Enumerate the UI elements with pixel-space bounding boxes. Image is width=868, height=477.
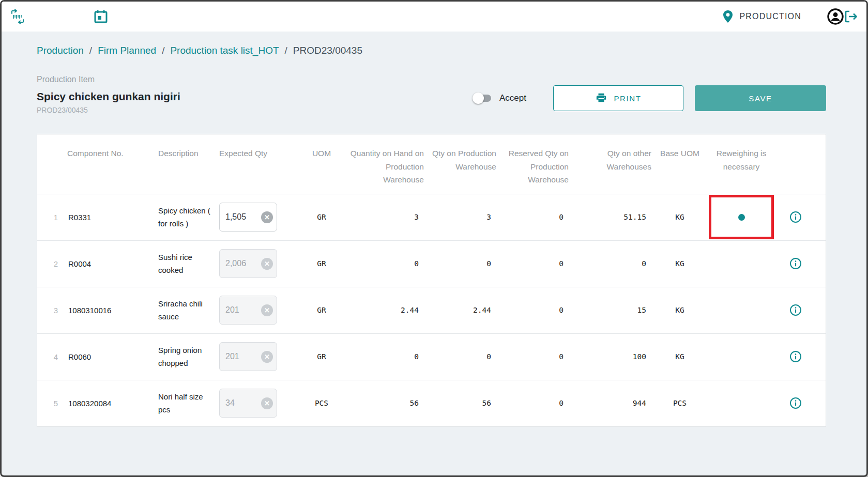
col-uom: UOM bbox=[297, 142, 346, 160]
uom-value: GR bbox=[297, 306, 346, 314]
table-row: 2 R0004 Sushi rice cooked ✕ GR 0 0 0 0 K… bbox=[37, 240, 826, 287]
info-icon[interactable] bbox=[789, 304, 802, 316]
page-header: Production Item Spicy chicken gunkan nig… bbox=[37, 75, 826, 114]
qty-on-hand-value: 56 bbox=[346, 399, 424, 407]
info-icon[interactable] bbox=[789, 397, 802, 409]
qty-other-wh-value: 15 bbox=[569, 306, 651, 314]
reweighing-dot bbox=[738, 214, 745, 221]
uom-value: GR bbox=[297, 259, 346, 268]
reweighing-cell bbox=[708, 198, 774, 236]
col-reweighing: Reweighing is necessary bbox=[708, 142, 774, 173]
col-qty-on-hand: Quantity on Hand on Production Warehouse bbox=[346, 142, 424, 187]
qty-on-prod-wh-value: 3 bbox=[424, 213, 496, 221]
base-uom-value: KG bbox=[651, 259, 708, 268]
info-icon[interactable] bbox=[789, 211, 802, 223]
col-reserved-qty: Reserved Qty on Production Warehouse bbox=[496, 142, 569, 187]
expected-qty-input[interactable] bbox=[225, 212, 261, 222]
clear-qty-icon: ✕ bbox=[261, 258, 273, 270]
header-actions: Accept PRINT SAVE bbox=[473, 82, 826, 114]
save-button[interactable]: SAVE bbox=[695, 85, 826, 111]
table-row: 4 R0060 Spring onion chopped ✕ GR 0 0 0 … bbox=[37, 333, 826, 380]
reweighing-cell bbox=[708, 291, 774, 329]
order-number: PROD23/00435 bbox=[37, 106, 180, 114]
warehouse-location-label: PRODUCTION bbox=[739, 12, 801, 21]
reserved-qty-value: 0 bbox=[496, 352, 569, 361]
table-row: 5 1080320084 Nori half size pcs ✕ PCS 56… bbox=[37, 380, 826, 426]
uom-value: GR bbox=[297, 213, 346, 221]
calendar-icon[interactable] bbox=[94, 9, 108, 24]
expected-qty-field[interactable]: ✕ bbox=[219, 203, 277, 232]
component-description: Sriracha chili sauce bbox=[158, 297, 219, 324]
breadcrumb-separator: / bbox=[285, 45, 287, 56]
barcode-rescan-icon[interactable] bbox=[10, 9, 25, 24]
clear-qty-icon: ✕ bbox=[261, 351, 273, 363]
component-no: R0060 bbox=[67, 352, 158, 361]
expected-qty-field: ✕ bbox=[219, 296, 277, 325]
table-row: 1 R0331 Spicy chicken ( for rolls ) ✕ GR… bbox=[37, 194, 826, 240]
breadcrumb-current-order: PROD23/00435 bbox=[293, 45, 362, 56]
component-no: R0331 bbox=[67, 213, 158, 222]
row-index: 4 bbox=[44, 352, 67, 361]
row-index: 3 bbox=[44, 306, 67, 315]
qty-other-wh-value: 100 bbox=[569, 352, 651, 361]
row-index: 1 bbox=[44, 213, 67, 222]
component-description: Spring onion chopped bbox=[158, 344, 219, 370]
col-actions bbox=[774, 142, 817, 147]
reserved-qty-value: 0 bbox=[496, 399, 569, 407]
printer-icon bbox=[596, 92, 607, 105]
print-button-label: PRINT bbox=[614, 94, 642, 103]
table-row: 3 1080310016 Sriracha chili sauce ✕ GR 2… bbox=[37, 287, 826, 333]
component-no: 1080320084 bbox=[67, 399, 158, 408]
component-description: Spicy chicken ( for rolls ) bbox=[158, 204, 219, 230]
qty-on-prod-wh-value: 2.44 bbox=[424, 306, 496, 314]
clear-qty-icon[interactable]: ✕ bbox=[261, 211, 273, 223]
qty-other-wh-value: 944 bbox=[569, 399, 651, 407]
component-description: Sushi rice cooked bbox=[158, 251, 219, 277]
reweighing-cell bbox=[708, 245, 774, 283]
base-uom-value: KG bbox=[651, 306, 708, 314]
info-icon[interactable] bbox=[789, 350, 802, 363]
col-qty-other-wh: Qty on other Warehouses bbox=[569, 142, 651, 173]
col-description: Description bbox=[158, 142, 219, 160]
qty-other-wh-value: 0 bbox=[569, 259, 651, 268]
col-component-no: Component No. bbox=[67, 142, 158, 160]
page-content: Production / Firm Planned / Production t… bbox=[2, 32, 866, 475]
component-description: Nori half size pcs bbox=[158, 390, 219, 417]
expected-qty-input bbox=[225, 305, 261, 315]
location-pin-icon[interactable] bbox=[722, 9, 734, 24]
col-qty-on-prod-wh: Qty on Production Warehouse bbox=[424, 142, 496, 173]
accept-toggle[interactable] bbox=[473, 93, 492, 104]
app-window: PRODUCTION Production / Firm Planned / P… bbox=[0, 0, 868, 477]
breadcrumb-firm-planned[interactable]: Firm Planned bbox=[98, 45, 156, 56]
qty-on-hand-value: 2.44 bbox=[346, 306, 424, 314]
qty-on-hand-value: 3 bbox=[346, 213, 424, 221]
row-index: 2 bbox=[44, 259, 67, 268]
qty-other-wh-value: 51.15 bbox=[569, 213, 651, 221]
breadcrumb-production[interactable]: Production bbox=[37, 45, 84, 56]
expected-qty-input bbox=[225, 259, 261, 268]
col-index bbox=[44, 142, 67, 147]
account-icon[interactable] bbox=[827, 8, 844, 25]
base-uom-value: KG bbox=[651, 352, 708, 361]
qty-on-hand-value: 0 bbox=[346, 352, 424, 361]
table-header-row: Component No. Description Expected Qty U… bbox=[37, 134, 826, 194]
reserved-qty-value: 0 bbox=[496, 259, 569, 268]
info-icon[interactable] bbox=[789, 257, 802, 270]
col-expected-qty: Expected Qty bbox=[219, 142, 297, 160]
expected-qty-input bbox=[225, 398, 261, 408]
base-uom-value: KG bbox=[651, 213, 708, 221]
qty-on-prod-wh-value: 0 bbox=[424, 352, 496, 361]
component-no: R0004 bbox=[67, 259, 158, 268]
logout-icon[interactable] bbox=[844, 9, 858, 24]
col-base-uom: Base UOM bbox=[651, 142, 708, 160]
component-no: 1080310016 bbox=[67, 306, 158, 315]
expected-qty-field: ✕ bbox=[219, 342, 277, 371]
top-bar: PRODUCTION bbox=[2, 2, 866, 32]
uom-value: GR bbox=[297, 352, 346, 361]
breadcrumb: Production / Firm Planned / Production t… bbox=[37, 45, 826, 56]
breadcrumb-task-list[interactable]: Production task list_HOT bbox=[170, 45, 279, 56]
print-button[interactable]: PRINT bbox=[553, 85, 683, 111]
reweighing-cell bbox=[708, 338, 774, 376]
base-uom-value: PCS bbox=[651, 399, 708, 407]
qty-on-hand-value: 0 bbox=[346, 259, 424, 268]
